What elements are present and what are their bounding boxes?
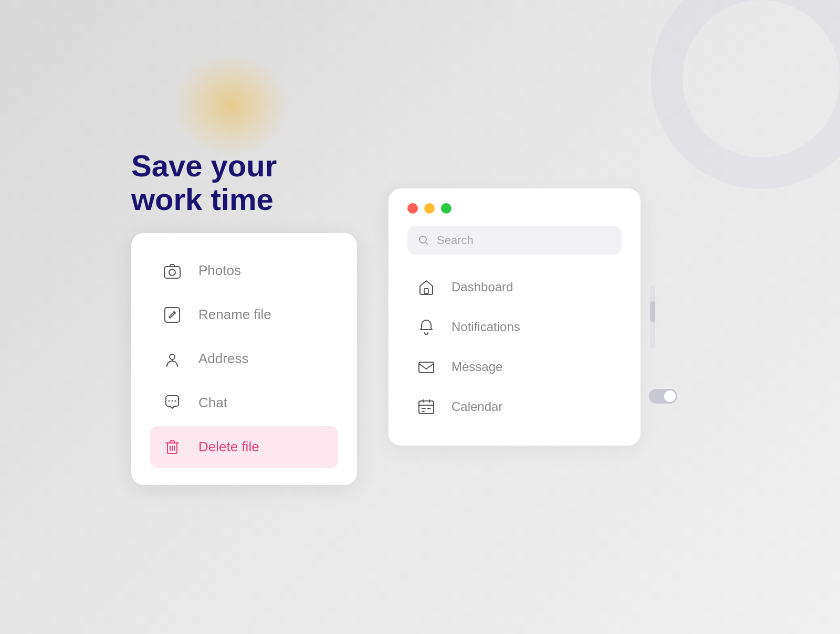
scrollbar-thumb xyxy=(650,301,655,322)
svg-rect-10 xyxy=(419,362,434,373)
edit-icon xyxy=(161,303,184,326)
mail-icon xyxy=(416,356,437,377)
search-placeholder: Search xyxy=(437,234,474,247)
notifications-label: Notifications xyxy=(452,320,520,334)
traffic-dot-red[interactable] xyxy=(407,203,418,214)
svg-point-3 xyxy=(170,354,175,360)
message-label: Message xyxy=(452,360,502,374)
scrollbar-hint xyxy=(650,286,655,348)
dashboard-label: Dashboard xyxy=(452,280,513,294)
headline-line2: work time xyxy=(131,182,274,216)
svg-point-5 xyxy=(172,400,173,401)
menu-item-photos[interactable]: Photos xyxy=(150,250,338,292)
nav-item-dashboard[interactable]: Dashboard xyxy=(407,267,622,307)
toggle-knob xyxy=(664,390,676,402)
traffic-dot-yellow[interactable] xyxy=(424,203,435,214)
nav-item-calendar[interactable]: Calendar xyxy=(407,387,622,427)
home-icon xyxy=(416,277,437,298)
glow-blob-decoration xyxy=(173,52,289,157)
traffic-dot-green[interactable] xyxy=(441,203,452,214)
svg-point-1 xyxy=(169,269,175,276)
delete-file-label: Delete file xyxy=(198,439,259,455)
svg-rect-11 xyxy=(419,401,434,414)
main-content: Save your work time Photos xyxy=(131,149,709,485)
svg-point-6 xyxy=(175,400,176,401)
calendar-icon xyxy=(416,396,437,417)
camera-icon xyxy=(161,259,184,282)
traffic-lights xyxy=(407,203,622,214)
nav-item-message[interactable]: Message xyxy=(407,347,622,387)
chat-icon xyxy=(161,392,184,415)
browser-window: Search Dashboard xyxy=(388,188,640,446)
rename-file-label: Rename file xyxy=(198,307,271,323)
menu-card: Photos Rename file xyxy=(131,233,357,485)
nav-item-notifications[interactable]: Notifications xyxy=(407,307,622,347)
search-bar[interactable]: Search xyxy=(407,226,622,255)
address-label: Address xyxy=(198,351,248,367)
menu-item-delete-file[interactable]: Delete file xyxy=(150,426,338,468)
nav-list: Dashboard Notifications xyxy=(407,267,622,427)
headline: Save your work time xyxy=(131,149,310,216)
svg-rect-2 xyxy=(165,308,180,322)
address-icon xyxy=(161,347,184,371)
menu-item-address[interactable]: Address xyxy=(150,338,338,380)
menu-item-chat[interactable]: Chat xyxy=(150,382,338,424)
headline-line1: Save your xyxy=(131,149,277,183)
search-icon xyxy=(418,235,429,246)
photos-label: Photos xyxy=(198,262,241,279)
svg-rect-0 xyxy=(164,267,180,278)
svg-rect-9 xyxy=(424,289,428,293)
chat-label: Chat xyxy=(198,395,227,411)
calendar-label: Calendar xyxy=(452,399,502,414)
svg-point-4 xyxy=(169,400,170,401)
left-section: Save your work time Photos xyxy=(131,149,357,485)
trash-icon xyxy=(161,436,184,459)
menu-item-rename-file[interactable]: Rename file xyxy=(150,294,338,336)
toggle-hint xyxy=(649,389,677,404)
bell-icon xyxy=(416,316,437,337)
